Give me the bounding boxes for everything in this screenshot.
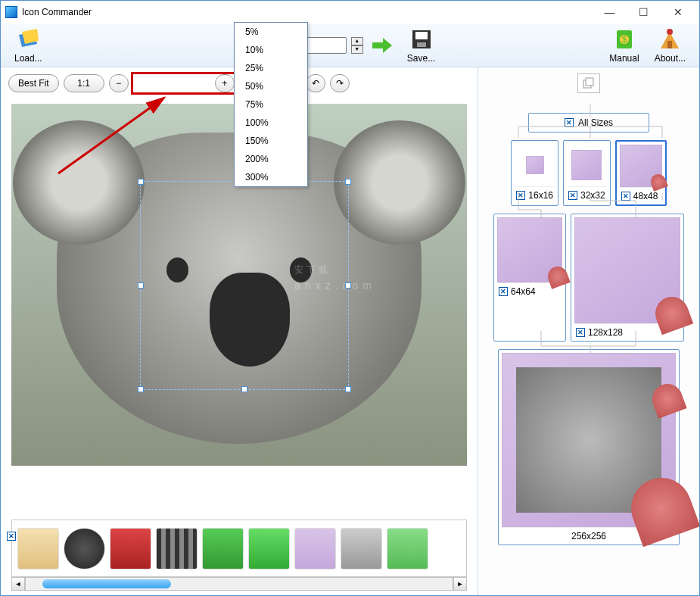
style-thumb[interactable] xyxy=(248,528,290,569)
save-label: Save... xyxy=(407,53,435,64)
size-thumb xyxy=(571,150,602,180)
ratio-label: 1:1 xyxy=(77,78,90,89)
style-thumb[interactable] xyxy=(341,528,382,569)
close-x-icon[interactable]: ✕ xyxy=(516,191,525,200)
style-thumb[interactable] xyxy=(294,528,336,569)
manual-button[interactable]: $ Manual xyxy=(609,27,639,64)
zoom-option[interactable]: 100% xyxy=(235,114,307,132)
all-sizes-node[interactable]: ✕ All Sizes xyxy=(528,113,649,133)
scroll-track[interactable] xyxy=(25,577,453,591)
zoom-option[interactable]: 50% xyxy=(235,77,307,95)
svg-rect-3 xyxy=(415,32,428,39)
size-thumb xyxy=(526,156,544,174)
size-card-64[interactable]: ✕64x64 xyxy=(493,214,566,342)
size-label: 48x48 xyxy=(633,191,658,201)
ratio-button[interactable]: 1:1 xyxy=(64,74,104,92)
close-x-icon[interactable]: ✕ xyxy=(568,191,577,200)
style-thumb[interactable] xyxy=(64,528,105,569)
size-thumb xyxy=(574,217,680,323)
close-x-icon[interactable]: ✕ xyxy=(499,287,508,296)
style-thumbstrip[interactable]: Create... xyxy=(11,520,467,577)
zoom-option[interactable]: 150% xyxy=(235,132,307,150)
size-label: 16x16 xyxy=(528,190,553,201)
spin-up-icon[interactable]: ▲ xyxy=(351,37,363,45)
load-icon xyxy=(16,27,40,51)
size-label: 256x256 xyxy=(571,531,606,541)
stack-icon xyxy=(577,73,600,93)
size-card-256[interactable]: ✕256x256 xyxy=(498,349,680,545)
rotate-ccw-button[interactable]: ↶ xyxy=(306,74,325,92)
zoom-dropdown[interactable]: 5% 10% 25% 50% 75% 100% 150% 200% 300% xyxy=(234,22,308,187)
about-button[interactable]: About... xyxy=(655,27,686,64)
svg-rect-12 xyxy=(586,78,593,86)
crop-handle[interactable] xyxy=(138,179,144,185)
zoom-option[interactable]: 300% xyxy=(235,168,307,186)
save-icon xyxy=(409,27,434,51)
scroll-thumb[interactable] xyxy=(42,579,171,588)
zoom-option[interactable]: 10% xyxy=(235,41,307,59)
size-card-128[interactable]: ✕128x128 xyxy=(571,214,684,342)
style-thumb[interactable] xyxy=(202,528,244,569)
zoom-option[interactable]: 5% xyxy=(235,23,307,41)
maximize-button[interactable]: ☐ xyxy=(627,2,661,23)
sizes-panel: ✕ All Sizes ✕16x16 ✕32x32 ✕48x48 xyxy=(478,67,699,595)
manual-icon: $ xyxy=(612,27,636,51)
rotate-cw-icon: ↷ xyxy=(336,78,344,89)
zoom-option[interactable]: 25% xyxy=(235,59,307,77)
load-button[interactable]: Load... xyxy=(14,27,42,64)
about-label: About... xyxy=(655,53,686,64)
crop-handle[interactable] xyxy=(345,179,351,185)
close-x-icon[interactable]: ✕ xyxy=(576,328,585,337)
all-sizes-label: All Sizes xyxy=(578,117,613,128)
rotate-cw-button[interactable]: ↷ xyxy=(330,74,350,92)
plus-icon: + xyxy=(222,78,227,89)
save-button[interactable]: Save... xyxy=(407,27,435,64)
svg-point-9 xyxy=(667,29,673,35)
crop-handle[interactable] xyxy=(241,386,247,392)
format-spinner[interactable]: ▲ ▼ xyxy=(351,37,363,54)
minus-icon: − xyxy=(116,78,121,89)
best-fit-button[interactable]: Best Fit xyxy=(8,74,59,92)
crop-handle[interactable] xyxy=(345,386,351,392)
svg-rect-8 xyxy=(667,41,672,48)
scroll-left-button[interactable]: ◄ xyxy=(11,577,25,591)
zoom-out-button[interactable]: − xyxy=(109,74,129,92)
crop-handle[interactable] xyxy=(138,282,144,289)
zoom-in-button[interactable]: + xyxy=(215,74,235,92)
manual-label: Manual xyxy=(609,53,639,64)
close-x-icon[interactable]: ✕ xyxy=(621,192,630,201)
crop-handle[interactable] xyxy=(138,386,144,392)
load-label: Load... xyxy=(14,53,42,64)
style-thumb[interactable] xyxy=(17,528,59,569)
svg-rect-4 xyxy=(417,42,426,47)
close-button[interactable]: ✕ xyxy=(661,2,695,23)
size-thumb xyxy=(620,145,662,187)
zoom-option[interactable]: 75% xyxy=(235,95,307,114)
rotate-ccw-icon: ↶ xyxy=(312,78,319,89)
spin-down-icon[interactable]: ▼ xyxy=(351,45,363,54)
style-thumb[interactable] xyxy=(156,528,198,569)
size-thumb xyxy=(502,353,676,527)
zoom-option[interactable]: 200% xyxy=(235,150,307,168)
svg-text:$: $ xyxy=(622,34,627,45)
size-card-48[interactable]: ✕48x48 xyxy=(615,140,667,206)
size-label: 128x128 xyxy=(588,327,623,338)
arrow-right-icon xyxy=(369,33,394,58)
main-toolbar: Load... t: ▲ ▼ Save... $ Manual About... xyxy=(1,23,699,67)
close-x-icon[interactable]: ✕ xyxy=(565,118,574,127)
about-icon xyxy=(658,27,682,51)
size-card-16[interactable]: ✕16x16 xyxy=(511,140,558,206)
style-thumb[interactable] xyxy=(387,528,428,569)
app-icon xyxy=(5,6,17,18)
crop-handle[interactable] xyxy=(345,282,351,289)
titlebar: Icon Commander — ☐ ✕ xyxy=(1,1,699,23)
app-title: Icon Commander xyxy=(22,7,593,17)
crop-selection[interactable] xyxy=(140,181,349,390)
scroll-right-button[interactable]: ► xyxy=(453,577,467,591)
style-thumb[interactable] xyxy=(110,528,151,569)
size-card-32[interactable]: ✕32x32 xyxy=(563,140,611,206)
thumbstrip-scrollbar[interactable]: ◄ ► xyxy=(11,577,467,591)
size-thumb xyxy=(497,217,562,282)
minimize-button[interactable]: — xyxy=(593,2,627,23)
best-fit-label: Best Fit xyxy=(18,78,49,89)
